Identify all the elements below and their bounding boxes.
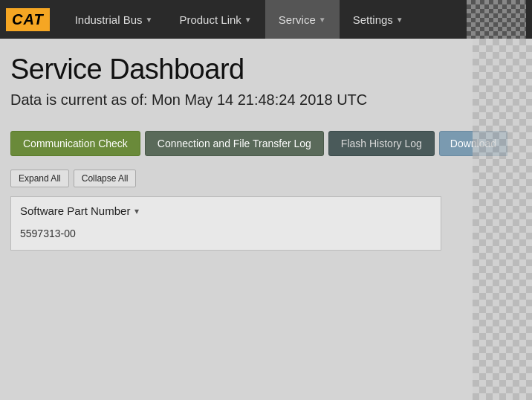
page-title: Service Dashboard xyxy=(10,54,517,86)
table-column-header[interactable]: Software Part Number ▾ xyxy=(20,204,432,217)
cat-logo: CAT xyxy=(6,8,50,31)
nav-label-settings: Settings xyxy=(353,13,393,26)
table-row: 5597313-00 xyxy=(20,225,432,242)
software-part-number-column-label: Software Part Number xyxy=(20,204,130,217)
nav-label-product-link: Product Link xyxy=(179,13,241,26)
nav-item-product-link[interactable]: Product Link ▼ xyxy=(166,0,265,39)
expand-all-button[interactable]: Expand All xyxy=(10,170,69,187)
main-content: Service Dashboard Data is current as of:… xyxy=(0,39,532,400)
software-table: Software Part Number ▾ 5597313-00 xyxy=(10,196,441,251)
action-buttons-row: Communication Check Connection and File … xyxy=(10,131,517,156)
nav-item-industrial-bus[interactable]: Industrial Bus ▼ xyxy=(62,0,166,39)
table-controls: Expand All Collapse All xyxy=(10,170,517,187)
nav-label-service: Service xyxy=(279,13,316,26)
nav-item-service[interactable]: Service ▼ xyxy=(265,0,340,39)
navbar: CAT Industrial Bus ▼ Product Link ▼ Serv… xyxy=(0,0,532,39)
collapse-all-button[interactable]: Collapse All xyxy=(74,170,137,187)
chevron-down-icon: ▼ xyxy=(146,16,153,24)
flash-history-log-button[interactable]: Flash History Log xyxy=(328,131,435,156)
right-checkered-decoration xyxy=(473,39,532,400)
nav-item-settings[interactable]: Settings ▼ xyxy=(340,0,417,39)
connection-log-button[interactable]: Connection and File Transfer Log xyxy=(145,131,324,156)
chevron-down-icon: ▼ xyxy=(319,16,326,24)
navbar-checkered-decoration xyxy=(467,0,526,39)
chevron-down-icon: ▼ xyxy=(244,16,252,24)
chevron-down-icon: ▼ xyxy=(396,16,403,24)
data-timestamp: Data is current as of: Mon May 14 21:48:… xyxy=(10,91,517,109)
sort-arrow-icon: ▾ xyxy=(134,206,139,216)
communication-check-button[interactable]: Communication Check xyxy=(10,131,140,156)
nav-label-industrial-bus: Industrial Bus xyxy=(75,13,143,26)
